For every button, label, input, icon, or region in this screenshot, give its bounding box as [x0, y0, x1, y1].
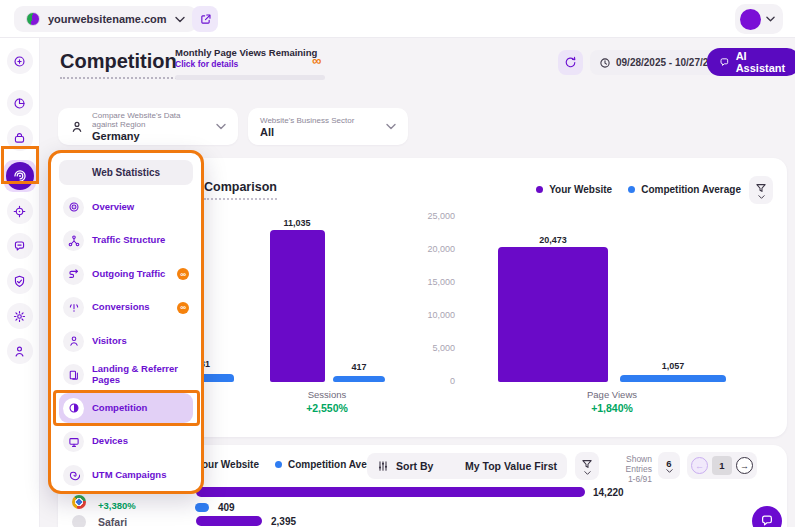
y-tick: 20,000: [395, 244, 455, 254]
competition-icon: [68, 402, 80, 414]
quota-title: Monthly Page Views Remaining: [175, 47, 325, 58]
sort-by-dropdown[interactable]: Sort By My Top Value First: [367, 453, 567, 479]
user-pin-icon: [13, 345, 26, 358]
menu-header: Web Statistics: [59, 160, 193, 185]
safari-icon: [72, 515, 86, 527]
sector-filter-label: Website's Business Sector: [260, 116, 378, 125]
sort-by-value: My Top Value First: [465, 460, 557, 472]
sidebar-item-feedback[interactable]: [7, 233, 33, 259]
table-filter-button[interactable]: [575, 452, 599, 480]
chart-legend: Your Website Competition Average: [536, 184, 741, 195]
current-page: 1: [712, 456, 732, 475]
y-tick: 25,000: [395, 211, 455, 221]
infinity-badge: ∞: [177, 302, 189, 314]
y-tick: 0: [395, 376, 455, 386]
row-delta: +3,380%: [98, 500, 136, 511]
sidebar-item-account[interactable]: [7, 338, 33, 364]
sidebar-item-targeting[interactable]: [7, 198, 33, 224]
website-selector[interactable]: yourwebsitename.com: [14, 6, 197, 32]
bag-icon: [13, 132, 26, 145]
shown-entries-label: Shown Entries: [600, 454, 652, 474]
category-label-sessions: Sessions: [272, 389, 382, 400]
delta-sessions: +2,550%: [272, 402, 382, 414]
next-page-button[interactable]: →: [736, 457, 753, 474]
funnel-icon: [755, 182, 767, 194]
chart-filter-button[interactable]: [749, 176, 773, 204]
competition-bar-row[interactable]: [195, 503, 209, 512]
bar-value-competition-sessions: 417: [324, 362, 394, 372]
visitors-icon: [68, 335, 80, 347]
chevron-down-icon: [386, 123, 396, 130]
legend-dot-competition: [628, 186, 635, 193]
previous-page-button[interactable]: ←: [691, 457, 708, 474]
conversions-icon: [68, 302, 80, 314]
expand-sidebar-icon: [13, 55, 26, 68]
quota-details-link[interactable]: Click for details: [175, 59, 325, 69]
quota-progress-bar: [175, 75, 325, 80]
region-filter-value: Germany: [92, 130, 208, 142]
shown-entries-range: 1-6/91: [600, 474, 652, 484]
infinity-badge: ∞: [177, 268, 189, 280]
sidebar-item-web-statistics[interactable]: [4, 160, 36, 192]
chrome-icon: [72, 495, 86, 509]
shown-entries: Shown Entries 1-6/91: [600, 454, 652, 484]
your-bar-row[interactable]: [196, 487, 585, 497]
legend-your-label: Your Website: [196, 459, 259, 470]
your-value-row: 14,220: [593, 487, 624, 498]
delta-pageviews: +1,840%: [557, 402, 667, 414]
chat-icon: [760, 514, 774, 527]
competition-bar-sessions[interactable]: [333, 376, 385, 382]
competition-value-row: 409: [218, 502, 235, 513]
funnel-icon: [581, 458, 593, 470]
user-menu[interactable]: [735, 4, 783, 34]
chevron-down-icon: [584, 471, 591, 475]
chat-icon: [719, 56, 730, 69]
ai-assistant-button[interactable]: AI Assistant: [707, 48, 795, 76]
web-statistics-icon: [13, 169, 27, 183]
chevron-down-icon: [766, 16, 775, 22]
external-link-icon: [199, 13, 212, 26]
menu-item-landing-referrer-pages[interactable]: Landing & Referrer Pages: [59, 360, 193, 390]
page-size-dropdown[interactable]: 6: [658, 452, 680, 479]
sidebar-item-orders[interactable]: [7, 125, 33, 151]
sidebar-item-security[interactable]: [7, 268, 33, 294]
sector-filter[interactable]: Website's Business Sector All: [248, 108, 408, 145]
your-bar-row[interactable]: [196, 516, 262, 526]
category-label-pageviews: Page Views: [557, 389, 667, 400]
sidebar-item-dashboard[interactable]: [7, 90, 33, 116]
region-filter[interactable]: Compare Website's Data against Region Ge…: [58, 108, 238, 145]
your-bar-sessions[interactable]: [270, 230, 325, 382]
menu-item-conversions[interactable]: Conversions ∞: [59, 293, 193, 323]
legend-your-label: Your Website: [549, 184, 612, 195]
menu-item-outgoing-traffic[interactable]: Outgoing Traffic ∞: [59, 259, 193, 289]
menu-item-utm-campaigns[interactable]: UTM Campaigns: [59, 460, 193, 490]
chat-icon: [13, 240, 26, 253]
refresh-button[interactable]: [558, 50, 583, 75]
menu-item-overview[interactable]: Overview: [59, 192, 193, 222]
infinity-badge: ∞: [312, 53, 321, 68]
page-size-value: 6: [666, 458, 671, 469]
quota-widget: Monthly Page Views Remaining Click for d…: [175, 47, 325, 80]
competition-bar-pageviews[interactable]: [620, 375, 726, 382]
legend-competition-label: Competition Average: [641, 184, 741, 195]
bar-value-competition-pageviews: 1,057: [638, 361, 708, 371]
region-filter-label: Compare Website's Data against Region: [92, 111, 208, 129]
ai-assistant-label: AI Assistant: [736, 50, 788, 74]
traffic-structure-icon: [68, 235, 80, 247]
sidebar-item-settings[interactable]: [7, 303, 33, 329]
sliders-icon: [377, 460, 389, 472]
page-title: Competition: [60, 50, 177, 79]
y-tick: 5,000: [395, 343, 455, 353]
menu-item-visitors[interactable]: Visitors: [59, 326, 193, 356]
menu-item-traffic-structure[interactable]: Traffic Structure: [59, 226, 193, 256]
row-name: Safari: [98, 516, 127, 527]
sector-filter-value: All: [260, 126, 378, 138]
open-website-button[interactable]: [192, 6, 218, 32]
menu-item-devices[interactable]: Devices: [59, 427, 193, 457]
menu-item-competition[interactable]: Competition: [59, 393, 193, 423]
shield-check-icon: [13, 275, 26, 288]
pie-chart-icon: [13, 97, 26, 110]
sidebar-toggle-button[interactable]: [7, 48, 33, 74]
clock-icon: [599, 57, 611, 69]
your-bar-pageviews[interactable]: [498, 247, 608, 382]
